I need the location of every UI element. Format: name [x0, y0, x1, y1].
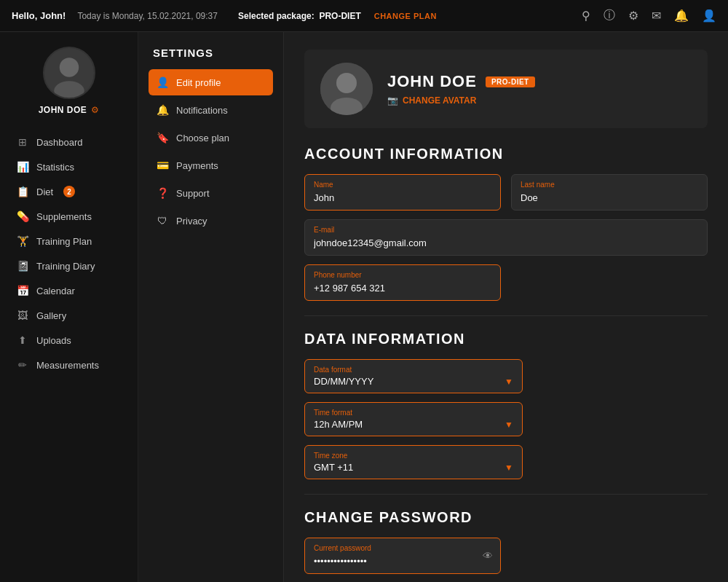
last-name-field: Last name — [511, 174, 708, 211]
sidebar-item-label: Training Plan — [36, 236, 92, 247]
topbar-package: Selected package: PRO-DIET — [238, 11, 361, 21]
sidebar-item-training-diary[interactable]: 📓 Training Diary — [7, 253, 130, 278]
time-format-value[interactable]: 12h AM/PM ▼ — [314, 419, 513, 430]
settings-item-privacy[interactable]: 🛡 Privacy — [149, 208, 273, 234]
gear-icon[interactable]: ⚙ — [628, 9, 638, 23]
timezone-dropdown[interactable]: Time zone GMT +11 ▼ — [304, 445, 523, 479]
supplements-icon: 💊 — [16, 211, 29, 222]
profile-name-row: JOHN DOE PRO-DIET — [387, 72, 692, 91]
sidebar-item-statistics[interactable]: 📊 Statistics — [7, 154, 130, 179]
sidebar-item-label: Uploads — [36, 335, 71, 346]
data-format-label: Data format — [314, 366, 513, 374]
topbar-change-plan[interactable]: CHANGE PLAN — [374, 12, 437, 20]
email-label: E-mail — [314, 226, 698, 234]
change-avatar-label: CHANGE AVATAR — [403, 95, 476, 106]
settings-item-choose-plan[interactable]: 🔖 Choose plan — [149, 125, 273, 151]
settings-item-label: Edit profile — [176, 77, 221, 88]
last-name-label: Last name — [521, 181, 698, 189]
email-row: E-mail — [304, 219, 708, 256]
current-password-input[interactable] — [314, 556, 491, 567]
diet-icon: 📋 — [16, 186, 29, 197]
current-password-row: Current password 👁 — [304, 538, 708, 574]
sidebar-item-label: Measurements — [36, 360, 99, 371]
sidebar-item-training-plan[interactable]: 🏋 Training Plan — [7, 229, 130, 253]
phone-label: Phone number — [314, 271, 491, 279]
sidebar-item-diet[interactable]: 📋 Diet 2 — [7, 179, 130, 204]
current-password-field: Current password 👁 — [304, 538, 501, 574]
edit-profile-icon: 👤 — [156, 76, 169, 88]
sidebar-item-supplements[interactable]: 💊 Supplements — [7, 204, 130, 229]
search-icon[interactable]: ⚲ — [582, 9, 590, 23]
name-label: Name — [314, 181, 491, 189]
measurements-icon: ✏ — [16, 359, 29, 371]
settings-item-label: Support — [176, 188, 210, 199]
sidebar-avatar — [43, 47, 95, 99]
sidebar-item-label: Diet — [36, 186, 53, 197]
profile-plan-badge: PRO-DIET — [486, 76, 535, 87]
chevron-down-icon: ▼ — [505, 377, 513, 387]
settings-item-edit-profile[interactable]: 👤 Edit profile — [149, 69, 273, 95]
topbar-icon-group: ⚲ ⓘ ⚙ ✉ 🔔 👤 — [582, 8, 716, 23]
settings-title: SETTINGS — [149, 47, 273, 59]
data-info-title: DATA INFORMATION — [304, 331, 708, 347]
profile-name: JOHN DOE — [387, 72, 477, 91]
eye-icon[interactable]: 👁 — [483, 550, 493, 562]
phone-row: Phone number — [304, 264, 708, 301]
settings-item-payments[interactable]: 💳 Payments — [149, 152, 273, 178]
support-icon: ❓ — [156, 187, 169, 199]
name-wrapper: Name — [304, 174, 501, 211]
phone-field: Phone number — [304, 264, 501, 301]
last-name-wrapper: Last name — [511, 174, 708, 211]
settings-item-label: Privacy — [176, 216, 207, 227]
sidebar-edit-icon[interactable]: ⚙ — [91, 105, 99, 115]
last-name-input[interactable] — [521, 192, 698, 203]
sidebar-user-row: JOHN DOE ⚙ — [39, 105, 100, 115]
sidebar-item-dashboard[interactable]: ⊞ Dashboard — [7, 130, 130, 154]
settings-item-label: Choose plan — [176, 133, 229, 143]
time-format-dropdown[interactable]: Time format 12h AM/PM ▼ — [304, 402, 523, 436]
uploads-icon: ⬆ — [16, 334, 29, 346]
statistics-icon: 📊 — [16, 161, 29, 173]
main-content: JOHN DOE PRO-DIET 📷 CHANGE AVATAR ACCOUN… — [284, 32, 728, 582]
sidebar-item-measurements[interactable]: ✏ Measurements — [7, 353, 130, 377]
current-password-label: Current password — [314, 544, 491, 552]
topbar-date: Today is Monday, 15.02.2021, 09:37 — [77, 11, 218, 21]
sidebar-item-gallery[interactable]: 🖼 Gallery — [7, 303, 130, 328]
divider-2 — [304, 494, 708, 495]
mail-icon[interactable]: ✉ — [652, 9, 661, 23]
sidebar-user-name: JOHN DOE — [39, 105, 87, 115]
svg-point-4 — [336, 73, 357, 93]
help-icon[interactable]: ⓘ — [604, 8, 615, 23]
name-field: Name — [304, 174, 501, 211]
sidebar-item-label: Gallery — [36, 310, 66, 321]
timezone-value[interactable]: GMT +11 ▼ — [314, 462, 513, 473]
camera-icon: 📷 — [387, 95, 398, 106]
topbar: Hello, John! Today is Monday, 15.02.2021… — [0, 0, 728, 32]
sidebar-item-label: Dashboard — [36, 137, 83, 148]
data-format-value[interactable]: DD/MM/YYYY ▼ — [314, 376, 513, 387]
account-info-title: ACCOUNT INFORMATION — [304, 146, 708, 162]
profile-header: JOHN DOE PRO-DIET 📷 CHANGE AVATAR — [304, 50, 708, 128]
data-format-dropdown[interactable]: Data format DD/MM/YYYY ▼ — [304, 359, 523, 393]
settings-item-notifications[interactable]: 🔔 Notifications — [149, 97, 273, 123]
change-avatar-button[interactable]: 📷 CHANGE AVATAR — [387, 95, 692, 106]
bell-icon[interactable]: 🔔 — [674, 9, 689, 23]
user-icon[interactable]: 👤 — [702, 9, 716, 23]
sidebar-item-calendar[interactable]: 📅 Calendar — [7, 278, 130, 303]
profile-info: JOHN DOE PRO-DIET 📷 CHANGE AVATAR — [387, 72, 692, 106]
phone-input[interactable] — [314, 283, 491, 294]
settings-panel: SETTINGS 👤 Edit profile 🔔 Notifications … — [138, 32, 284, 582]
settings-item-support[interactable]: ❓ Support — [149, 180, 273, 206]
calendar-icon: 📅 — [16, 285, 29, 296]
email-field: E-mail — [304, 219, 708, 256]
topbar-package-label: Selected package: — [238, 11, 314, 21]
sidebar-item-label: Calendar — [36, 286, 75, 296]
name-input[interactable] — [314, 192, 491, 203]
topbar-greeting: Hello, John! — [12, 10, 66, 21]
timezone-label: Time zone — [314, 452, 513, 460]
topbar-package-name: PRO-DIET — [319, 11, 360, 21]
settings-item-label: Notifications — [176, 105, 228, 116]
sidebar-item-uploads[interactable]: ⬆ Uploads — [7, 328, 130, 353]
email-input[interactable] — [314, 237, 698, 248]
sidebar-item-label: Training Diary — [36, 261, 95, 272]
